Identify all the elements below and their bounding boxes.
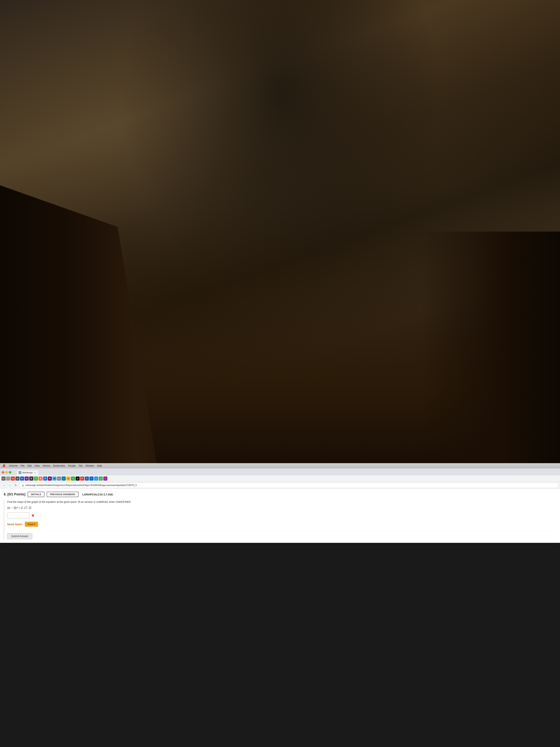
- need-help-label: Need Help?: [7, 523, 23, 526]
- macos-menubar: 🍎 Chrome File Edit View History Bookmark…: [0, 463, 560, 468]
- ext-si[interactable]: ☆: [57, 476, 61, 481]
- ext-e[interactable]: E: [38, 476, 43, 481]
- ext-li[interactable]: Li: [62, 476, 66, 481]
- forward-button[interactable]: →: [7, 483, 12, 488]
- question-number: 6. [0/1 Points]: [4, 492, 25, 496]
- chair-right: [420, 232, 560, 463]
- menu-bookmarks[interactable]: Bookmarks: [53, 464, 65, 467]
- browser-wrapper: 🍎 Chrome File Edit View History Bookmark…: [0, 463, 560, 543]
- ext-va[interactable]: VA: [1, 476, 5, 481]
- chrome-tabs-bar: W WebAssign ✕: [0, 468, 560, 475]
- extension-icons: VA ⋯ Sy d P M N V E P IB W ☆ Li G d n P …: [1, 476, 107, 481]
- tab-favicon: W: [19, 471, 21, 474]
- menu-chrome[interactable]: Chrome: [9, 464, 18, 467]
- menu-help[interactable]: Help: [97, 464, 102, 467]
- submit-section: Submit Answer: [7, 531, 556, 539]
- ext-af[interactable]: N: [85, 476, 89, 481]
- ext-w[interactable]: W: [52, 476, 56, 481]
- read-it-button[interactable]: Read It: [25, 522, 38, 527]
- ext-ww[interactable]: w: [94, 476, 98, 481]
- menu-tab[interactable]: Tab: [79, 464, 83, 467]
- back-button[interactable]: ←: [1, 483, 6, 488]
- ext-h[interactable]: ⋯: [6, 476, 10, 481]
- ext-ve[interactable]: V: [34, 476, 38, 481]
- question-body: Find the slope of the graph of the equat…: [4, 500, 556, 539]
- question-instruction: Find the slope of the graph of the equat…: [7, 500, 556, 504]
- details-button[interactable]: DETAILS: [28, 492, 45, 497]
- reload-button[interactable]: ↻: [14, 483, 18, 488]
- tab-webassign[interactable]: W WebAssign ✕: [16, 470, 39, 475]
- menu-file[interactable]: File: [21, 464, 24, 467]
- menu-view[interactable]: View: [35, 464, 40, 467]
- ext-g[interactable]: G: [66, 476, 70, 481]
- ext-pp[interactable]: P: [80, 476, 84, 481]
- menu-window[interactable]: Window: [85, 464, 94, 467]
- address-bar: ← → ↻ 🔒 webassign.net/web/Student/Assign…: [0, 482, 560, 489]
- ext-ci[interactable]: C: [103, 476, 107, 481]
- equation-display: xy − 3y² = 2, (7, 2): [7, 506, 556, 510]
- ext-d1[interactable]: d: [16, 476, 20, 481]
- ext-ib[interactable]: IB: [48, 476, 52, 481]
- tab-close-button[interactable]: ✕: [34, 471, 36, 474]
- traffic-lights: [2, 471, 11, 473]
- url-display: webassign.net/web/Student/Assignment-Res…: [25, 484, 137, 487]
- course-label: LARAPCALC10 2.7.016.: [82, 493, 113, 496]
- tab-label: WebAssign: [22, 471, 33, 474]
- ext-n1[interactable]: N: [29, 476, 33, 481]
- minimize-window-button[interactable]: [5, 471, 8, 473]
- ext-oc[interactable]: G: [99, 476, 103, 481]
- wrong-mark: ✕: [31, 513, 34, 518]
- need-help-section: Need Help? Read It: [7, 522, 556, 527]
- ext-mn[interactable]: M: [25, 476, 29, 481]
- ext-p2[interactable]: P: [43, 476, 47, 481]
- menu-history[interactable]: History: [43, 464, 50, 467]
- ext-ef[interactable]: F: [89, 476, 94, 481]
- previous-answers-button[interactable]: PREVIOUS ANSWERS: [47, 492, 79, 497]
- extensions-bar: VA ⋯ Sy d P M N V E P IB W ☆ Li G d n P …: [0, 475, 560, 482]
- lock-icon: 🔒: [22, 484, 24, 487]
- ext-p1[interactable]: P: [20, 476, 24, 481]
- answer-input[interactable]: [7, 512, 29, 519]
- room-background: [0, 0, 560, 463]
- ext-n2[interactable]: n: [76, 476, 80, 481]
- address-input[interactable]: 🔒 webassign.net/web/Student/Assignment-R…: [19, 483, 559, 488]
- maximize-window-button[interactable]: [9, 471, 11, 473]
- tabs-area: W WebAssign ✕: [16, 470, 559, 475]
- close-window-button[interactable]: [2, 471, 4, 473]
- answer-row: ✕: [7, 512, 556, 519]
- ext-d2[interactable]: d: [71, 476, 75, 481]
- ext-sy[interactable]: Sy: [11, 476, 15, 481]
- submit-button[interactable]: Submit Answer: [7, 533, 32, 539]
- apple-menu[interactable]: 🍎: [2, 464, 5, 467]
- menu-edit[interactable]: Edit: [27, 464, 31, 467]
- page-content: 6. [0/1 Points] DETAILS PREVIOUS ANSWERS…: [0, 489, 560, 543]
- menu-people[interactable]: People: [68, 464, 76, 467]
- question-header: 6. [0/1 Points] DETAILS PREVIOUS ANSWERS…: [4, 492, 556, 497]
